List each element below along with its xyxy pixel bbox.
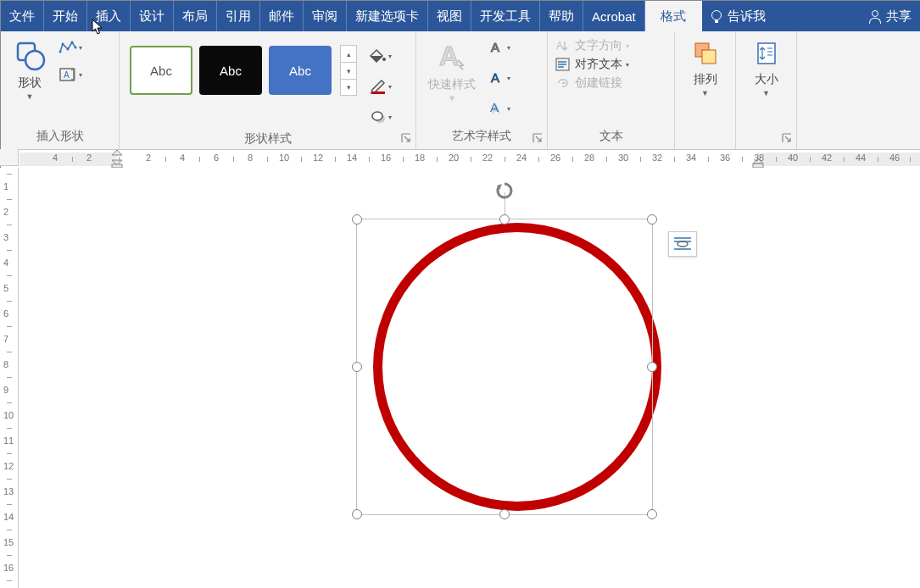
text-direction-label: 文字方向 <box>575 38 622 53</box>
chevron-down-icon: ▾ <box>388 83 392 91</box>
tab-layout[interactable]: 布局 <box>174 1 217 31</box>
group-label-wordart: 艺术字样式 <box>416 125 547 149</box>
tab-design[interactable]: 设计 <box>131 1 174 31</box>
vertical-ruler[interactable]: 112345678910111213141516 <box>0 168 19 588</box>
dialog-launcher-size[interactable] <box>781 132 793 144</box>
tab-review[interactable]: 审阅 <box>304 1 347 31</box>
align-text-button[interactable]: 对齐文本 ▾ <box>555 57 629 72</box>
shape-style-gallery[interactable]: Abc Abc Abc ▴ ▾ ▾ <box>126 45 357 96</box>
ruler-v-num: 10 <box>3 410 14 420</box>
tab-help[interactable]: 帮助 <box>540 1 583 31</box>
svg-text:A: A <box>556 40 563 52</box>
svg-rect-25 <box>758 43 775 64</box>
tab-file[interactable]: 文件 <box>1 1 44 31</box>
svg-rect-10 <box>371 92 385 94</box>
fill-icon <box>370 48 387 64</box>
ruler-h-num: 40 <box>788 153 798 163</box>
handle-n[interactable] <box>499 214 510 225</box>
tab-view[interactable]: 视图 <box>428 1 471 31</box>
ruler-v-num: 5 <box>3 283 8 293</box>
outline-icon <box>370 79 387 94</box>
horizontal-ruler[interactable]: 4224681012141618202224262830323436384042… <box>20 150 920 169</box>
handle-se[interactable] <box>647 509 657 519</box>
ruler-h-num: 10 <box>279 153 289 163</box>
ruler-h-num: 34 <box>686 153 696 163</box>
text-outline-button[interactable]: A ▾ <box>484 67 515 89</box>
style-preset-1[interactable]: Abc <box>130 46 192 95</box>
dialog-launcher-shape-styles[interactable] <box>400 132 412 144</box>
svg-point-12 <box>372 112 382 120</box>
tab-newtab[interactable]: 新建选项卡 <box>347 1 428 31</box>
tab-acrobat[interactable]: Acrobat <box>583 1 645 31</box>
ruler-h-num: 44 <box>856 153 866 163</box>
layout-options-button[interactable] <box>668 231 697 257</box>
arrange-button[interactable]: 排列 ▼ <box>685 36 726 99</box>
ruler-h-num: 42 <box>822 153 832 163</box>
rotate-icon <box>494 180 515 201</box>
text-fill-button[interactable]: A ▾ <box>484 36 515 58</box>
svg-point-3 <box>62 43 64 46</box>
rotation-handle[interactable] <box>494 180 515 204</box>
shape-outline-button[interactable]: ▾ <box>365 75 396 97</box>
gallery-more[interactable]: ▾ <box>340 79 357 96</box>
ruler-h-num: 22 <box>482 153 493 163</box>
quick-styles-button: A 快速样式 ▼ <box>423 36 481 104</box>
layout-options-icon <box>672 236 693 252</box>
gallery-scroll: ▴ ▾ ▾ <box>340 45 357 96</box>
dialog-launcher-wordart[interactable] <box>532 132 544 144</box>
tab-home[interactable]: 开始 <box>44 1 87 31</box>
handle-s[interactable] <box>499 509 510 519</box>
ruler-h-num: 2 <box>86 153 92 163</box>
shapes-button[interactable]: 形状 ▼ <box>8 36 52 103</box>
ruler-h-num: 2 <box>146 153 151 163</box>
document-canvas[interactable] <box>19 168 920 588</box>
text-effects-button[interactable]: AA ▾ <box>484 97 515 119</box>
ruler-h-num: 38 <box>754 153 764 163</box>
svg-text:A: A <box>439 41 459 71</box>
tab-format[interactable]: 格式 <box>645 1 702 31</box>
edit-shape-button[interactable]: ▾ <box>55 36 86 58</box>
group-label-shape-styles: 形状样式 <box>120 128 415 152</box>
handle-ne[interactable] <box>647 214 657 225</box>
group-label-text: 文本 <box>548 125 674 149</box>
group-size: 大小 ▼ <box>736 31 797 149</box>
handle-sw[interactable] <box>352 509 362 519</box>
shape-effects-button[interactable]: ▾ <box>365 106 396 128</box>
gallery-scroll-down[interactable]: ▾ <box>340 62 357 79</box>
tab-tellme[interactable]: 告诉我 <box>702 1 774 31</box>
tab-mailings[interactable]: 邮件 <box>260 1 304 31</box>
selection-box[interactable] <box>356 219 653 515</box>
handle-w[interactable] <box>352 362 362 372</box>
shape-fill-button[interactable]: ▾ <box>365 45 396 67</box>
handle-e[interactable] <box>647 362 657 372</box>
tab-developer[interactable]: 开发工具 <box>471 1 540 31</box>
textbox-button[interactable]: A ▾ <box>55 64 86 86</box>
svg-point-9 <box>382 58 386 61</box>
ribbon-tabs: 文件 开始 插入 设计 布局 引用 邮件 审阅 新建选项卡 视图 开发工具 帮助… <box>1 1 920 31</box>
ruler-v-num: 1 <box>3 181 8 191</box>
chevron-down-icon: ▾ <box>626 61 629 69</box>
wordart-icon: A <box>434 38 470 74</box>
tab-insert[interactable]: 插入 <box>87 1 131 31</box>
tab-references[interactable]: 引用 <box>217 1 260 31</box>
svg-text:A: A <box>491 70 499 85</box>
ruler-v-num: 11 <box>3 435 14 446</box>
gallery-scroll-up[interactable]: ▴ <box>340 45 357 62</box>
ruler-v-num: 4 <box>3 258 8 268</box>
style-preset-2[interactable]: Abc <box>199 46 262 95</box>
ruler-h-num: 24 <box>516 153 527 163</box>
svg-point-2 <box>59 51 62 53</box>
size-button[interactable]: 大小 ▼ <box>746 36 787 99</box>
tab-share[interactable]: 共享 <box>861 1 920 31</box>
svg-rect-24 <box>702 50 716 64</box>
ruler-v-num: 15 <box>3 537 14 547</box>
svg-text:A: A <box>491 40 499 54</box>
arrange-icon <box>690 38 721 69</box>
group-wordart-styles: A 快速样式 ▼ A ▾ A ▾ AA ▾ 艺术字样式 <box>416 31 548 149</box>
text-outline-icon: A <box>488 70 505 86</box>
handle-nw[interactable] <box>352 214 362 225</box>
ruler-h-num: 32 <box>652 153 662 163</box>
style-preset-3[interactable]: Abc <box>269 46 332 95</box>
ruler-h-num: 12 <box>313 153 323 163</box>
indent-marker-left[interactable] <box>109 150 125 169</box>
